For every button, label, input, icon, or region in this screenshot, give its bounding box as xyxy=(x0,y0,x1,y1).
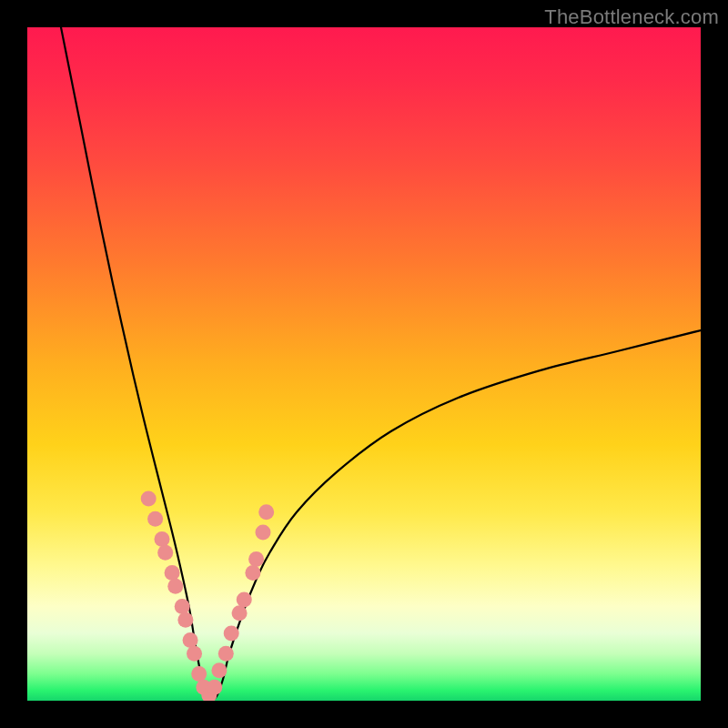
highlight-dot xyxy=(157,545,173,561)
highlight-dot xyxy=(248,551,264,567)
bottleneck-curve xyxy=(61,27,701,700)
highlight-dot xyxy=(183,632,198,648)
highlight-dot xyxy=(147,511,163,527)
chart-svg xyxy=(27,27,701,701)
highlight-dot xyxy=(187,646,202,662)
highlight-dot xyxy=(177,612,193,628)
highlight-dot xyxy=(224,626,239,642)
highlight-dot xyxy=(191,666,207,682)
highlight-dot xyxy=(207,680,222,695)
highlight-dot xyxy=(237,592,252,608)
highlight-dot xyxy=(258,504,274,520)
highlight-dot xyxy=(175,599,190,614)
highlight-dot xyxy=(232,605,248,621)
highlight-dot xyxy=(245,565,260,581)
outer-frame: TheBottleneck.com xyxy=(0,0,728,728)
highlight-dot xyxy=(155,531,170,547)
highlight-dot xyxy=(256,525,271,541)
highlight-dot xyxy=(218,646,234,662)
highlight-dot xyxy=(211,662,227,678)
watermark-text: TheBottleneck.com xyxy=(544,5,719,29)
highlight-dots-group xyxy=(141,491,275,702)
plot-area xyxy=(27,27,701,701)
highlight-dot xyxy=(165,565,180,581)
highlight-dot xyxy=(167,579,183,594)
highlight-dot xyxy=(141,491,157,507)
